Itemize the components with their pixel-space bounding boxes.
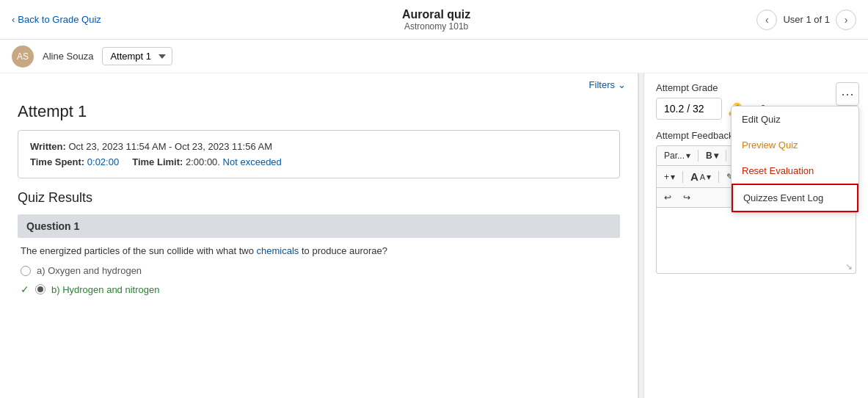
- paragraph-dropdown[interactable]: Par... ▾: [661, 149, 693, 162]
- quiz-title: Auroral quiz: [116, 8, 757, 21]
- avatar: AS: [12, 46, 34, 68]
- time-limit-value: 2:00:00.: [186, 156, 220, 167]
- question-block-1: Question 1 The energized particles of th…: [18, 214, 620, 297]
- student-name: Aline Souza: [43, 51, 93, 62]
- attempt-heading: Attempt 1: [18, 102, 620, 121]
- dropdown-menu: Edit Quiz Preview Quiz Reset Evaluation …: [731, 106, 859, 213]
- attempt-grade-label: Attempt Grade: [656, 82, 856, 93]
- check-icon: ✓: [21, 283, 29, 295]
- filters-button[interactable]: Filters ⌄: [589, 79, 626, 90]
- panel-splitter[interactable]: [638, 73, 644, 398]
- attempt-select[interactable]: Attempt 1: [102, 47, 172, 65]
- edit-quiz-item[interactable]: Edit Quiz: [732, 106, 858, 132]
- question-1-header: Question 1: [18, 214, 620, 238]
- undo-button[interactable]: ↩: [661, 191, 674, 204]
- main-layout: Filters ⌄ Attempt 1 Written: Oct 23, 202…: [0, 73, 868, 398]
- content-area: Attempt 1 Written: Oct 23, 2023 11:54 AM…: [0, 102, 638, 320]
- insert-button[interactable]: + ▾: [661, 170, 678, 184]
- written-value: Oct 23, 2023 11:54 AM - Oct 23, 2023 11:…: [69, 141, 273, 152]
- time-spent-label: Time Spent:: [30, 156, 84, 167]
- time-row: Time Spent: 0:02:00 Time Limit: 2:00:00.…: [30, 156, 608, 167]
- written-row: Written: Oct 23, 2023 11:54 AM - Oct 23,…: [30, 141, 608, 152]
- prev-user-button[interactable]: ‹: [756, 10, 777, 30]
- quiz-results-heading: Quiz Results: [18, 190, 620, 206]
- resize-handle: ↘: [845, 261, 853, 272]
- plus-icon: +: [664, 172, 669, 182]
- user-navigation: ‹ User 1 of 1 ›: [756, 10, 856, 30]
- written-label: Written:: [30, 141, 66, 152]
- toolbar-separator-3: [682, 171, 683, 183]
- radio-a: [21, 266, 31, 276]
- avatar-initials: AS: [17, 51, 29, 62]
- student-row: AS Aline Souza Attempt 1: [0, 40, 868, 73]
- feedback-editor[interactable]: ↘: [656, 208, 856, 274]
- chevron-left-icon: ‹: [12, 14, 15, 25]
- time-spent-value: 0:02:00: [87, 156, 119, 167]
- bold-label: B: [706, 151, 712, 161]
- answer-a-label: a) Oxygen and hydrogen: [37, 265, 142, 276]
- plus-chevron: ▾: [671, 172, 675, 182]
- bold-button[interactable]: B ▾: [703, 149, 721, 162]
- toolbar-separator-1: [698, 150, 699, 162]
- left-panel: Filters ⌄ Attempt 1 Written: Oct 23, 202…: [0, 73, 638, 398]
- grade-input[interactable]: [656, 98, 722, 120]
- answer-option-b: ✓ b) Hydrogen and nitrogen: [18, 282, 620, 297]
- right-panel: ⋯ Edit Quiz Preview Quiz Reset Evaluatio…: [644, 73, 868, 398]
- par-label: Par...: [664, 151, 685, 161]
- back-to-grade-quiz-link[interactable]: ‹ Back to Grade Quiz: [12, 14, 101, 25]
- next-user-button[interactable]: ›: [836, 10, 856, 30]
- font-a-small: A: [700, 173, 705, 181]
- font-a-large: A: [690, 170, 699, 183]
- filters-label: Filters: [589, 79, 615, 90]
- chevron-down-icon: ⌄: [618, 79, 626, 90]
- filters-bar: Filters ⌄: [0, 73, 638, 93]
- answer-option-a: a) Oxygen and hydrogen: [18, 264, 620, 278]
- redo-icon: ↪: [683, 192, 690, 203]
- quizzes-event-log-item[interactable]: Quizzes Event Log: [732, 184, 858, 212]
- question-1-text: The energized particles of the sun colli…: [18, 245, 620, 256]
- header: ‹ Back to Grade Quiz Auroral quiz Astron…: [0, 0, 868, 40]
- reset-evaluation-item[interactable]: Reset Evaluation: [732, 158, 858, 184]
- undo-icon: ↩: [664, 192, 671, 203]
- attempt-info-box: Written: Oct 23, 2023 11:54 AM - Oct 23,…: [18, 130, 620, 178]
- radio-b-selected: [35, 284, 45, 294]
- quiz-subtitle: Astronomy 101b: [116, 21, 757, 32]
- toolbar-separator-4: [718, 171, 719, 183]
- user-label: User 1 of 1: [783, 14, 830, 25]
- redo-button[interactable]: ↪: [680, 191, 693, 204]
- question-highlight: chemicals: [257, 245, 299, 256]
- bold-chevron: ▾: [714, 151, 718, 161]
- back-link-label: Back to Grade Quiz: [18, 14, 101, 25]
- par-chevron: ▾: [686, 151, 690, 161]
- toolbar-separator-2: [726, 150, 726, 162]
- answer-b-label: b) Hydrogen and nitrogen: [51, 284, 159, 295]
- more-options-button[interactable]: ⋯: [836, 82, 859, 106]
- quiz-title-block: Auroral quiz Astronomy 101b: [116, 8, 757, 32]
- not-exceeded-label: Not exceeded: [223, 156, 282, 167]
- font-size-button[interactable]: A A ▾: [688, 169, 714, 184]
- preview-quiz-item[interactable]: Preview Quiz: [732, 132, 858, 158]
- font-chevron: ▾: [707, 172, 711, 182]
- time-limit-label: Time Limit:: [132, 156, 183, 167]
